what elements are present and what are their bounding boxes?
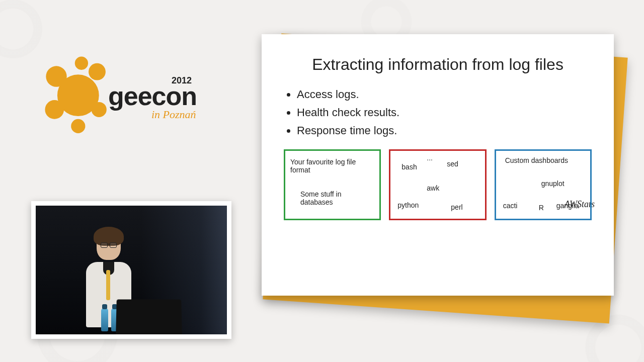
speaker-video: [36, 206, 227, 334]
logo-blob-icon: [40, 53, 113, 133]
box-text: Custom dashboards: [505, 156, 568, 164]
box-text: bash: [401, 163, 417, 171]
bullet-item: Access logs.: [297, 88, 592, 101]
slide-bullet-list: Access logs. Health check results. Respo…: [297, 88, 592, 137]
slide-title: Extracting information from log files: [284, 55, 592, 74]
box-text: Your favourite log file format: [290, 158, 366, 174]
box-outputs: Custom dashboards gnuplot cacti R gangli…: [495, 149, 592, 220]
bullet-item: Health check results.: [297, 106, 592, 119]
box-sources: Your favourite log file format Some stuf…: [284, 149, 381, 220]
box-text: Some stuff in databases: [300, 190, 361, 206]
box-text: awk: [427, 184, 439, 192]
logo-name: geecon: [108, 83, 197, 109]
box-text: ganglia: [556, 202, 579, 210]
diagram-boxes: Your favourite log file format Some stuf…: [284, 149, 592, 220]
box-tools: ... bash sed awk python perl: [389, 149, 486, 220]
box-text: R: [539, 204, 544, 212]
laptop-icon: [116, 300, 182, 334]
box-text: gnuplot: [541, 179, 565, 188]
logo-subtitle: in Poznań: [151, 108, 197, 121]
bullet-item: Response time logs.: [297, 124, 592, 137]
presentation-slide: Extracting information from log files Ac…: [262, 34, 614, 296]
speaker-video-frame: [31, 201, 231, 339]
box-text: cacti: [503, 202, 518, 210]
conference-logo: 2012 geecon in Poznań: [40, 53, 242, 153]
svg-point-3: [45, 100, 64, 119]
svg-point-4: [92, 102, 107, 117]
svg-point-6: [75, 57, 88, 70]
box-text: sed: [447, 160, 458, 168]
svg-point-2: [89, 63, 106, 80]
box-text: ...: [427, 154, 433, 162]
svg-point-1: [46, 66, 66, 86]
svg-point-5: [71, 119, 85, 133]
box-text: perl: [451, 203, 462, 211]
box-text: python: [397, 201, 419, 209]
